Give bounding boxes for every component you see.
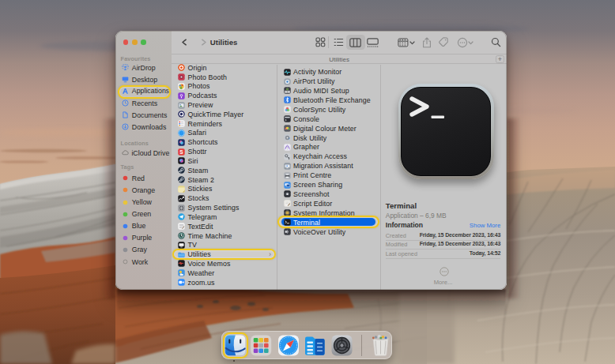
svg-text:S: S [179, 148, 183, 154]
